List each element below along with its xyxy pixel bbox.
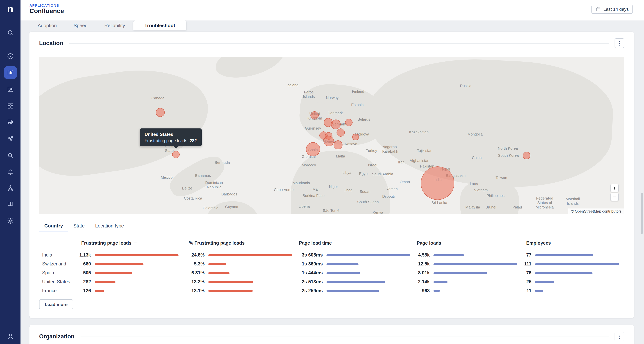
bar <box>208 272 292 274</box>
map-land <box>203 201 262 214</box>
table-header: Frustrating page loads% Frustrating page… <box>39 241 624 249</box>
card-menu-button[interactable]: ⋮ <box>614 332 624 342</box>
dotted-leader <box>72 282 81 282</box>
country-label: United States <box>42 279 70 285</box>
map-attribution[interactable]: © OpenStreetMap contributors <box>568 209 624 214</box>
dotted-leader <box>54 255 77 255</box>
map-label: Mexico <box>161 175 172 180</box>
zoom-out-button[interactable]: − <box>610 193 619 201</box>
library-book-icon[interactable] <box>6 200 14 208</box>
tooltip-title: United States <box>144 132 197 137</box>
dotted-leader <box>59 290 81 291</box>
map-bubble-monaco[interactable] <box>324 136 334 146</box>
table-row: Spain5056.31%1s 444ms8.01k76 <box>39 268 624 277</box>
location-subtabs: CountryStateLocation type <box>39 219 624 232</box>
dotted-leader <box>68 264 81 264</box>
map-bubble-italy[interactable] <box>334 140 343 149</box>
workflow-icon[interactable] <box>6 184 14 192</box>
explore-compass-icon[interactable] <box>6 52 14 60</box>
bar <box>326 272 410 274</box>
bar <box>95 263 178 265</box>
bar <box>535 254 619 256</box>
subtab-location-type[interactable]: Location type <box>90 219 129 232</box>
cell-value: 11 <box>521 288 532 293</box>
map-land <box>364 57 616 192</box>
cell-value: 13.2% <box>182 279 204 285</box>
column-header[interactable]: Page load time <box>299 241 332 246</box>
bar <box>434 290 517 292</box>
cell-value: 25 <box>521 279 532 285</box>
content-area: AdoptionSpeedReliabilityTroubleshoot Loc… <box>20 20 644 344</box>
scrollbar-thumb[interactable] <box>641 193 643 234</box>
cell-value: 126 <box>83 288 91 293</box>
bar <box>434 272 517 274</box>
cell-value: 111 <box>521 261 532 267</box>
cell-value: 24.8% <box>182 252 204 258</box>
cell-value: 5.3% <box>182 261 204 267</box>
column-header[interactable]: % Frustrating page loads <box>189 241 245 246</box>
bar <box>95 281 178 283</box>
tab-speed[interactable]: Speed <box>65 20 96 30</box>
table-body: India1.13k24.8%3s 605ms4.55k77Switzerlan… <box>39 251 624 295</box>
cell-value: 963 <box>414 288 430 293</box>
settings-gear-icon[interactable] <box>6 217 14 225</box>
sort-icon <box>134 241 138 245</box>
account-icon[interactable] <box>6 333 14 340</box>
card-title: Organization <box>39 333 74 340</box>
bar <box>434 254 517 256</box>
bar <box>95 254 178 256</box>
tab-troubleshoot[interactable]: Troubleshoot <box>133 20 186 30</box>
notifications-bell-icon[interactable] <box>6 168 14 175</box>
map-label: Turkey <box>366 149 377 153</box>
paper-plane-icon[interactable] <box>6 135 14 142</box>
bar <box>95 272 178 274</box>
bar <box>208 263 292 265</box>
tab-adoption[interactable]: Adoption <box>30 20 65 30</box>
map-bubble-germany[interactable] <box>331 119 341 129</box>
sidebar: n <box>0 0 20 344</box>
map-land <box>460 179 519 214</box>
bar <box>326 281 410 283</box>
compose-icon[interactable] <box>6 86 14 93</box>
cell-value: 505 <box>83 270 91 276</box>
map-land <box>291 151 390 214</box>
map-bubble-canada[interactable] <box>156 108 165 117</box>
map-label: Federated States of Micronesia <box>536 196 554 210</box>
app-window: n <box>0 0 644 344</box>
tooltip-body: Frustrating page loads: 282 <box>144 138 197 143</box>
map-bubble-united-states[interactable] <box>172 151 180 158</box>
cell-value: 76 <box>521 270 532 276</box>
chat-icon[interactable] <box>6 118 14 126</box>
country-label: Spain <box>42 270 54 276</box>
nexthink-logo[interactable]: n <box>0 3 20 15</box>
column-header[interactable]: Page loads <box>417 241 441 246</box>
dashboards-icon[interactable] <box>4 66 16 79</box>
subtab-country[interactable]: Country <box>39 219 68 232</box>
map-bubble-austria[interactable] <box>336 128 344 136</box>
zoom-in-button[interactable]: + <box>610 184 619 192</box>
table-row: United States28213.2%2s 513ms2.14k25 <box>39 277 624 286</box>
cell-value: 8.01k <box>414 270 430 276</box>
map-bubble-india[interactable] <box>421 167 454 200</box>
cell-value: 1s 369ms <box>296 261 323 267</box>
world-map[interactable]: IcelandFaroe IslandsNorwayFinlandEstonia… <box>39 57 624 214</box>
date-range-button[interactable]: Last 14 days <box>592 5 633 14</box>
cell-value: 1s 444ms <box>296 270 323 276</box>
table-row: India1.13k24.8%3s 605ms4.55k77 <box>39 251 624 260</box>
table-row: France12613.1%2s 259ms96311 <box>39 286 624 295</box>
card-menu-button[interactable]: ⋮ <box>614 38 624 48</box>
search-icon[interactable] <box>6 29 14 36</box>
load-more-button[interactable]: Load more <box>39 299 73 309</box>
map-land <box>212 57 288 84</box>
tab-reliability[interactable]: Reliability <box>96 20 133 30</box>
map-bubble-spain[interactable] <box>306 142 320 156</box>
subtab-state[interactable]: State <box>68 219 90 232</box>
bar <box>208 281 292 283</box>
column-header[interactable]: Frustrating page loads <box>81 241 138 246</box>
map-label: Iceland <box>286 83 298 87</box>
apps-grid-icon[interactable] <box>6 102 14 109</box>
main-tabs: AdoptionSpeedReliabilityTroubleshoot <box>30 20 186 30</box>
divider <box>69 43 608 43</box>
column-header[interactable]: Employees <box>526 241 551 246</box>
investigate-icon[interactable] <box>6 152 14 159</box>
